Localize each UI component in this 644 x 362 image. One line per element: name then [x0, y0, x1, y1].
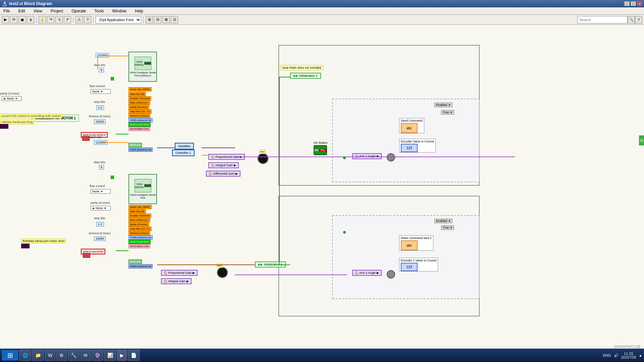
enabled-selector-2[interactable]: Enabled ▼ — [434, 219, 452, 223]
error-out-2: error out — [128, 259, 142, 264]
motor-cmd2-block: Motor command sent 2 abc — [399, 235, 433, 251]
menu-bar: File Edit View Project Operate Tools Win… — [0, 7, 644, 15]
menu-window[interactable]: Window — [111, 8, 128, 14]
menu-file[interactable]: File — [2, 8, 11, 14]
termination-cha-2: termination cha — [128, 244, 150, 248]
visa-subvi-2[interactable]: VISASERIAL ████ VISA Configure Serial Po… — [128, 174, 157, 204]
search-button[interactable]: 🔍 — [628, 16, 635, 23]
roboteq-long-label: roboteq Serial port long — [0, 120, 34, 124]
run-continuously[interactable]: ⟳ — [10, 16, 17, 23]
taskbar-ie[interactable]: 🌐 — [19, 350, 31, 361]
timeout-lbl-1: timeout (6.5sec) — [89, 115, 111, 118]
termination-cha-1: termination cha — [128, 127, 150, 131]
title-bar: 🔬 test2.vi Block Diagram ─ □ ✕ — [0, 0, 644, 7]
data-bits-const-2: 8 — [99, 165, 104, 170]
visa-inner-1: VISASERIAL ████ — [135, 57, 151, 70]
ok-button-container: OK Button OK TTL — [314, 141, 328, 145]
wire-green-vert — [279, 77, 280, 265]
step-over[interactable]: ↷ — [47, 16, 54, 23]
taskbar-app1[interactable]: ⚙ — [56, 350, 67, 361]
taskbar-outlook[interactable]: ✉ — [80, 350, 91, 361]
taskbar-notification[interactable]: ▲ — [639, 353, 642, 357]
search-input[interactable] — [577, 16, 628, 23]
taskbar-app4[interactable]: 📊 — [104, 350, 116, 361]
toolbar: ▶ ⟳ ⏹ ⏸ 💡 ↷ ↴ ↱ ⚠ ? 15pt Application Fon… — [0, 15, 644, 25]
title-bar-left: 🔬 test2.vi Block Diagram — [2, 1, 52, 6]
enabled-selector-1[interactable]: Enabled ▼ — [434, 103, 452, 107]
prop-gain-2[interactable]: 🏠 Proportional Gain ▶ — [161, 270, 198, 276]
parity-dropdown-2[interactable]: ◆None▼ — [91, 206, 111, 210]
taskbar-app2[interactable]: 🔧 — [68, 350, 79, 361]
flow-ctrl-lbl-2: flow control — [90, 184, 105, 188]
app-icon: 🔬 — [2, 1, 7, 6]
arm2-angle-block[interactable]: 🏠 Arm 2 Angle ▶ — [352, 270, 382, 276]
menu-edit[interactable]: Edit — [16, 8, 27, 14]
data-bits-8-2: data bits (8) — [128, 209, 146, 214]
true-selector-1[interactable]: True ▼ — [441, 110, 454, 115]
menu-tools[interactable]: Tools — [93, 8, 106, 14]
pause-button[interactable]: ⏸ — [27, 16, 34, 23]
step-into[interactable]: ↴ — [55, 16, 63, 23]
error-indicator-2 — [83, 253, 90, 258]
timeout-10sec-1: timeout (10sec) — [128, 114, 150, 118]
context-help[interactable]: ? — [84, 16, 91, 23]
int-gain-2[interactable]: 🏠 Integral Gain ▶ — [161, 278, 192, 284]
menu-project[interactable]: Project — [49, 8, 65, 14]
taskbar: ⊞ 🌐 📁 W ⚙ 🔧 ✉ 🔮 📊 ▶ 📄 ENG 🔊 11:15 2015/7… — [0, 349, 644, 362]
port-indicator-1 — [0, 124, 8, 129]
font-selector[interactable]: 15pt Application Font — [96, 16, 141, 23]
help-button[interactable]: ? — [635, 16, 642, 23]
taskbar-labview[interactable]: ▶ — [117, 350, 127, 361]
joystick-2 — [217, 267, 228, 278]
wire-bottom-long — [157, 264, 255, 265]
data-bits-const-1: 8 — [99, 68, 104, 72]
taskbar-word[interactable]: W — [45, 350, 55, 361]
close-button[interactable]: ✕ — [637, 1, 642, 6]
current-pid-label: current PID control is controlling both … — [0, 114, 62, 118]
canvas-area: Gear Ratio does not included ▶▶ Initiali… — [0, 25, 644, 349]
port-indicator-2 — [21, 244, 30, 248]
start-button[interactable]: ⊞ — [2, 350, 18, 361]
highlight-button[interactable]: 💡 — [39, 16, 46, 23]
taskbar-explorer[interactable]: 📁 — [32, 350, 44, 361]
taskbar-app5[interactable]: 📄 — [128, 350, 140, 361]
wire-purple-top — [235, 157, 515, 157]
true-selector-2[interactable]: True ▼ — [441, 225, 454, 230]
diff-gain-1[interactable]: 🏠 Differential Gain ▶ — [206, 171, 240, 177]
error-indicator-1 — [82, 136, 90, 141]
warn-btn[interactable]: ⚠ — [75, 16, 83, 23]
ok-button[interactable]: OK TTL — [314, 145, 327, 155]
abort-button[interactable]: ⏹ — [18, 16, 26, 23]
toolbar-separator-1 — [36, 16, 37, 23]
minimize-button[interactable]: ─ — [624, 1, 630, 6]
right-tab-indicator[interactable]: 28 — [639, 135, 644, 145]
visa-resource-2: VISA resource na — [128, 235, 153, 240]
menu-view[interactable]: View — [32, 8, 44, 14]
visa-subvi-1[interactable]: VISASERIAL ████ VISA Configure Serial Po… — [128, 52, 157, 82]
send-cmd-label: Send Commend — [401, 119, 423, 122]
baud-9600-2: baud rate (9600) — [128, 205, 152, 209]
error-in-0-2: error in (no erro — [128, 240, 151, 244]
menu-operate[interactable]: Operate — [70, 8, 88, 14]
test-label-top: test — [259, 149, 266, 154]
run-button[interactable]: ▶ — [2, 16, 9, 23]
indicator-2 — [387, 270, 395, 279]
parity-dropdown-1[interactable]: ◆None▼ — [2, 96, 22, 101]
motor-cmd2-label: Motor command sent 2 — [401, 236, 432, 240]
flow-ctrl-dropdown-2[interactable]: None▼ — [91, 189, 111, 194]
arm1-angle-block[interactable]: 🏠 Arm 1 Angle ▶ — [352, 153, 382, 159]
menu-help[interactable]: Help — [133, 8, 145, 14]
resize-btn[interactable]: ⊠ — [162, 16, 170, 23]
stop-bits-10-2: stop bits (10: 1 b — [128, 227, 152, 231]
taskbar-volume[interactable]: 🔊 — [614, 353, 619, 358]
maximize-button[interactable]: □ — [631, 1, 636, 6]
flow-ctrl-dropdown-1[interactable]: None▼ — [91, 89, 111, 94]
step-out[interactable]: ↱ — [64, 16, 71, 23]
baud-9600-1: baud rate (9600) — [128, 87, 152, 92]
reorder-btn[interactable]: ⊡ — [171, 16, 178, 23]
init2-block[interactable]: ▶▶ Initialization 2 — [290, 73, 321, 79]
distribute-btn[interactable]: ⊟ — [154, 16, 161, 23]
align-btn[interactable]: ⊞ — [146, 16, 153, 23]
int-gain-1[interactable]: 🏠 Integral Gain ▶ — [208, 162, 239, 168]
taskbar-app3[interactable]: 🔮 — [92, 350, 103, 361]
